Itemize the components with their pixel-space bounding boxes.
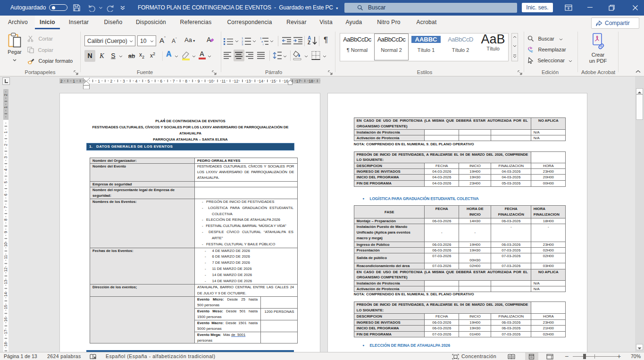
svg-text:3: 3 [3,156,8,159]
svg-text:5: 5 [148,79,150,84]
svg-text:3: 3 [123,79,125,84]
svg-text:1: 1 [98,79,100,84]
svg-text:c: c [531,49,533,53]
svg-text:10: 10 [3,243,8,247]
svg-text:2: 2 [110,79,113,84]
svg-text:16: 16 [284,79,288,84]
svg-text:2: 2 [60,79,63,84]
svg-text:11: 11 [221,79,226,84]
svg-text:5: 5 [3,181,8,184]
svg-text:1: 1 [3,131,8,134]
svg-text:a: a [261,40,263,43]
svg-text:17: 17 [3,330,8,335]
svg-text:4: 4 [135,79,137,84]
svg-text:12: 12 [3,267,8,272]
svg-text:11: 11 [3,255,8,259]
svg-text:18: 18 [3,342,8,347]
svg-text:1: 1 [73,79,75,84]
svg-text:8: 8 [3,218,8,221]
svg-text:15: 15 [3,305,8,310]
svg-text:15: 15 [271,79,276,84]
svg-text:7: 7 [3,206,8,209]
svg-text:16: 16 [3,317,8,322]
svg-text:6: 6 [160,79,162,84]
svg-text:2: 2 [3,93,8,96]
svg-text:i: i [263,43,263,45]
svg-text:2: 2 [3,143,8,146]
svg-text:12: 12 [234,79,239,84]
svg-text:9: 9 [198,79,200,84]
svg-text:8: 8 [185,79,187,84]
svg-text:17: 17 [296,79,301,84]
svg-text:13: 13 [246,79,251,84]
svg-text:1: 1 [242,37,243,40]
svg-text:18: 18 [309,79,313,84]
svg-text:2: 2 [242,40,243,43]
svg-text:1: 1 [3,106,8,109]
svg-text:3: 3 [242,43,243,46]
svg-text:1: 1 [260,37,262,40]
svg-text:4: 4 [3,168,8,171]
svg-text:14: 14 [3,292,8,297]
svg-text:10: 10 [209,79,214,84]
svg-text:6: 6 [3,193,8,196]
svg-text:9: 9 [3,231,8,233]
svg-text:7: 7 [173,79,175,84]
svg-text:14: 14 [259,79,264,84]
svg-text:13: 13 [3,280,8,285]
